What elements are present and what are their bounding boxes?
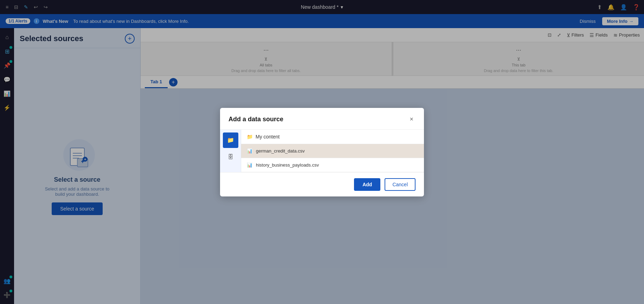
- modal-header: Add a data source ×: [220, 108, 424, 130]
- csv-icon-1: 📊: [247, 148, 252, 154]
- source-item-history-business[interactable]: 📊 history_business_payloads.csv: [241, 158, 424, 172]
- modal-title: Add a data source: [228, 116, 283, 123]
- modal-overlay[interactable]: Add a data source × 📁 🗄 📁 My content: [0, 0, 644, 304]
- content-header-label: My content: [256, 134, 279, 140]
- add-data-source-modal: Add a data source × 📁 🗄 📁 My content: [220, 108, 424, 196]
- folder-icon: 📁: [227, 137, 234, 143]
- modal-content-list: 📁 My content 📊 german_credit_data.csv 📊 …: [241, 130, 424, 172]
- modal-body: 📁 🗄 📁 My content 📊 german_credit_data.cs…: [220, 130, 424, 172]
- csv-icon-2: 📊: [247, 162, 252, 168]
- modal-close-button[interactable]: ×: [407, 115, 416, 124]
- content-header-folder-icon: 📁: [247, 134, 253, 140]
- cancel-button[interactable]: Cancel: [385, 178, 416, 191]
- modal-sidebar: 📁 🗄: [220, 130, 241, 172]
- source-name-2: history_business_payloads.csv: [256, 162, 319, 168]
- database-icon: 🗄: [228, 154, 233, 160]
- modal-sidebar-item-my-content[interactable]: 📁: [223, 132, 238, 148]
- source-item-german-credit[interactable]: 📊 german_credit_data.csv: [241, 144, 424, 158]
- add-button[interactable]: Add: [354, 178, 380, 191]
- content-header: 📁 My content: [241, 130, 424, 144]
- source-name-1: german_credit_data.csv: [256, 148, 305, 154]
- modal-sidebar-item-datasets[interactable]: 🗄: [223, 149, 238, 165]
- modal-footer: Add Cancel: [220, 172, 424, 196]
